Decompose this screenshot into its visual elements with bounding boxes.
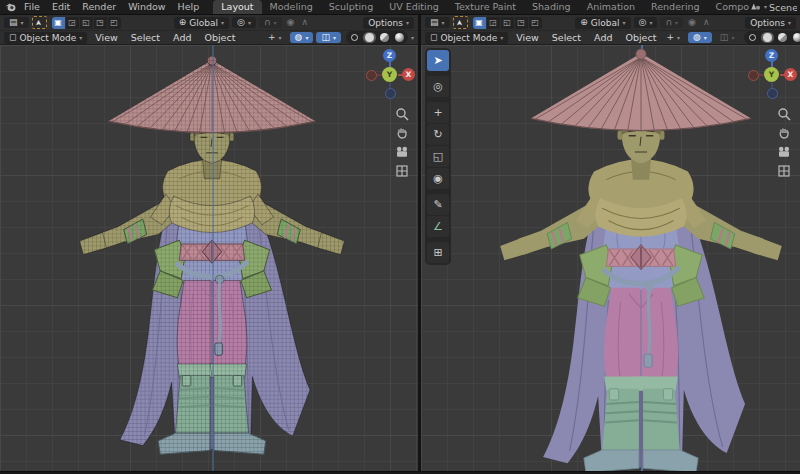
gizmo-axis-y[interactable]: Y [382,67,397,82]
options-button[interactable]: Options▾ [745,17,796,29]
character-model[interactable] [488,45,794,471]
gizmo-axis-z-neg[interactable] [767,88,778,99]
snapping-dropdown[interactable]: ∩▾ [660,17,683,28]
menu-add[interactable]: Add [168,32,196,43]
gizmo-axis-y[interactable]: Y [764,67,779,82]
shading-material-button[interactable] [378,32,391,43]
shading-wireframe-button[interactable] [348,32,361,43]
workspace-tab-compositing[interactable]: Compositing [708,0,749,14]
select-mode-extend[interactable]: ◲ [487,17,500,29]
menu-add[interactable]: Add [589,32,617,43]
gizmo-axis-z-neg[interactable] [385,88,396,99]
editor-type-button[interactable]: ▤▾ [425,17,450,28]
viewport-canvas[interactable]: ZXY [0,45,418,471]
pivot-dropdown[interactable]: ◎▾ [232,17,256,28]
viewport-canvas[interactable]: ➤◎+↻◱◉✎∠⊞ZXY [421,45,800,471]
gizmo-axis-z[interactable]: Z [765,49,778,62]
xray-toggle[interactable]: ◫▾ [715,32,740,43]
mode-dropdown[interactable]: ◻Object Mode▾ [425,32,508,44]
snapping-dropdown[interactable]: ∩▾ [259,17,282,28]
editor-type-button[interactable]: ▤▾ [4,17,29,28]
menu-object[interactable]: Object [199,32,240,43]
active-tool-button[interactable]: ➤ [32,16,47,29]
select-mode-extend[interactable]: ◲ [66,17,79,29]
tool-transform[interactable]: ◉ [427,168,449,189]
shading-solid-button[interactable] [363,32,376,43]
navigation-gizmo[interactable]: ZXY [746,49,798,101]
gizmo-axis-x[interactable]: X [402,68,415,81]
scene-selector[interactable]: ▾ Scene [749,0,797,14]
menu-edit[interactable]: Edit [46,0,76,14]
workspace-tab-shading[interactable]: Shading [524,0,579,14]
shading-material-button[interactable] [776,32,789,43]
proportional-editing-icon[interactable]: ◉ [285,18,297,27]
menu-file[interactable]: File [18,0,46,14]
navigation-gizmo[interactable]: ZXY [364,49,416,101]
orientation-dropdown[interactable]: ⊕Global▾ [174,17,229,29]
workspace-tab-modeling[interactable]: Modeling [262,0,321,14]
menu-object[interactable]: Object [620,32,661,43]
menu-help[interactable]: Help [172,0,206,14]
active-tool-button[interactable]: ➤ [453,16,468,29]
character-mesh[interactable] [500,49,782,471]
blender-logo-icon[interactable] [3,1,18,14]
select-mode-intersect[interactable]: ◰ [529,17,542,29]
tool-cursor[interactable]: ◎ [427,76,449,97]
gizmo-axis-x-neg[interactable] [748,70,759,81]
tool-rotate[interactable]: ↻ [427,124,449,145]
tool-select-box[interactable]: ➤ [427,50,449,71]
shading-rendered-button[interactable] [791,32,800,43]
workspace-tab-uv-editing[interactable]: UV Editing [381,0,447,14]
select-mode-subtract[interactable]: ◱ [80,17,93,29]
xray-toggle[interactable]: ◫▾ [316,32,341,43]
shading-solid-button[interactable] [761,32,774,43]
shading-rendered-button[interactable] [393,32,406,43]
gizmo-axis-x[interactable]: X [784,68,797,81]
perspective-icon[interactable] [395,164,409,178]
workspace-tab-animation[interactable]: Animation [579,0,643,14]
gizmos-toggle[interactable]: +▾ [661,32,685,43]
overlays-toggle[interactable]: ◍▾ [290,32,314,43]
perspective-icon[interactable] [777,164,791,178]
zoom-icon[interactable] [395,107,409,121]
tool-measure[interactable]: ∠ [427,216,449,237]
tool-move[interactable]: + [427,102,449,123]
mode-dropdown[interactable]: ◻Object Mode▾ [4,32,87,44]
solid-shading-icon [763,33,772,42]
gizmos-toggle[interactable]: +▾ [263,32,287,43]
options-button[interactable]: Options▾ [363,17,414,29]
select-mode-subtract[interactable]: ◱ [501,17,514,29]
overlays-toggle[interactable]: ◍▾ [688,32,712,43]
shading-wireframe-button[interactable] [746,32,759,43]
proportional-editing-icon[interactable]: ◉ [686,18,698,27]
select-mode-set[interactable]: ▣ [473,17,486,29]
tool-scale[interactable]: ◱ [427,146,449,167]
menu-view[interactable]: View [90,32,123,43]
camera-icon[interactable] [777,145,791,159]
menu-render[interactable]: Render [76,0,122,14]
workspace-tab-rendering[interactable]: Rendering [643,0,708,14]
camera-icon[interactable] [395,145,409,159]
workspace-tab-layout[interactable]: Layout [213,0,261,14]
zoom-icon[interactable] [777,107,791,121]
workspace-tab-sculpting[interactable]: Sculpting [321,0,381,14]
tool-add-cube[interactable]: ⊞ [427,242,449,263]
gizmo-axis-x-neg[interactable] [366,70,377,81]
orientation-dropdown[interactable]: ⊕Global▾ [575,17,630,29]
select-mode-invert[interactable]: ◳ [94,17,107,29]
gizmo-axis-z[interactable]: Z [383,49,396,62]
pivot-dropdown[interactable]: ◎▾ [634,17,658,28]
menu-select[interactable]: Select [126,32,165,43]
proportional-falloff-icon[interactable]: ∧ [701,18,712,27]
select-mode-intersect[interactable]: ◰ [108,17,121,29]
pan-icon[interactable] [395,126,409,140]
select-mode-set[interactable]: ▣ [52,17,65,29]
proportional-falloff-icon[interactable]: ∧ [299,18,310,27]
tool-annotate[interactable]: ✎ [427,194,449,215]
menu-select[interactable]: Select [547,32,586,43]
menu-view[interactable]: View [511,32,544,43]
select-mode-invert[interactable]: ◳ [515,17,528,29]
menu-window[interactable]: Window [122,0,171,14]
pan-icon[interactable] [777,126,791,140]
workspace-tab-texture-paint[interactable]: Texture Paint [447,0,524,14]
